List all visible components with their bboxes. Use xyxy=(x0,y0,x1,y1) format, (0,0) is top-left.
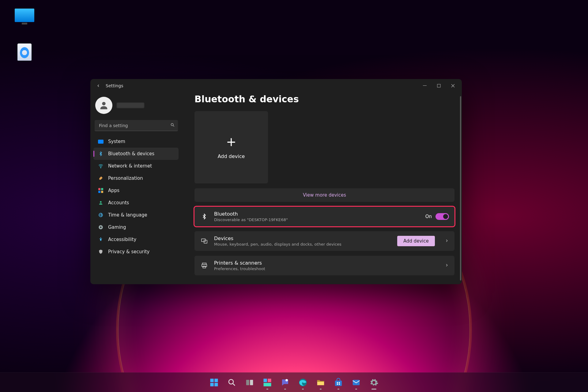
search-icon xyxy=(227,378,236,387)
svg-rect-22 xyxy=(268,379,271,382)
task-view[interactable] xyxy=(242,375,257,390)
svg-rect-0 xyxy=(423,85,427,86)
taskbar-chat[interactable] xyxy=(277,375,293,390)
accessibility-icon xyxy=(98,236,104,243)
taskbar-search[interactable] xyxy=(224,375,239,390)
profile-block[interactable] xyxy=(93,94,179,119)
main-content: Bluetooth & devices + Add device View mo… xyxy=(182,92,462,284)
titlebar: Settings xyxy=(90,79,462,92)
search-box[interactable] xyxy=(95,120,178,131)
folder-icon xyxy=(316,378,325,387)
svg-point-24 xyxy=(285,379,288,381)
sidebar-item-label: Gaming xyxy=(108,224,126,230)
sidebar-item-accounts[interactable]: Accounts xyxy=(93,197,179,209)
svg-rect-16 xyxy=(210,383,214,386)
view-more-devices-label: View more devices xyxy=(303,192,346,198)
edge-icon xyxy=(298,378,307,387)
svg-rect-14 xyxy=(210,379,214,382)
taskbar xyxy=(0,372,588,392)
add-device-button[interactable]: Add device xyxy=(397,236,435,246)
search-icon xyxy=(170,123,175,129)
wifi-icon xyxy=(98,163,104,169)
svg-rect-29 xyxy=(337,383,338,385)
window-title: Settings xyxy=(106,83,123,88)
shield-icon xyxy=(98,249,104,255)
sidebar-item-accessibility[interactable]: Accessibility xyxy=(93,233,179,246)
chevron-right-icon xyxy=(445,238,449,244)
svg-rect-20 xyxy=(250,380,253,385)
close-icon xyxy=(451,84,455,88)
taskbar-mail[interactable] xyxy=(349,375,364,390)
plus-icon: + xyxy=(226,136,236,148)
printers-row-title: Printers & scanners xyxy=(214,260,439,266)
svg-rect-23 xyxy=(264,383,271,386)
svg-point-5 xyxy=(100,201,101,203)
desktop-icon-this-pc[interactable] xyxy=(9,9,40,23)
bluetooth-toggle[interactable] xyxy=(435,213,449,220)
sidebar-item-network[interactable]: Network & internet xyxy=(93,160,179,172)
gear-icon xyxy=(369,378,379,387)
store-icon xyxy=(334,378,343,387)
chevron-right-icon xyxy=(445,263,449,269)
printers-scanners-row[interactable]: Printers & scanners Preferences, trouble… xyxy=(194,256,454,275)
svg-rect-19 xyxy=(246,380,249,385)
sidebar-item-label: Accessibility xyxy=(108,237,136,242)
windows-logo-icon xyxy=(209,378,219,387)
bluetooth-toggle-state: On xyxy=(425,214,432,219)
monitor-icon xyxy=(15,9,34,22)
back-button[interactable] xyxy=(94,81,103,90)
svg-rect-21 xyxy=(264,379,267,382)
svg-rect-26 xyxy=(335,380,342,386)
taskbar-store[interactable] xyxy=(331,375,346,390)
svg-rect-15 xyxy=(214,379,218,382)
printers-row-subtitle: Preferences, troubleshoot xyxy=(214,266,439,271)
search-input[interactable] xyxy=(95,120,178,131)
sidebar-item-personalization[interactable]: Personalization xyxy=(93,172,179,184)
taskbar-edge[interactable] xyxy=(295,375,311,390)
sidebar-item-bluetooth-devices[interactable]: Bluetooth & devices xyxy=(93,148,179,160)
taskbar-file-explorer[interactable] xyxy=(313,375,328,390)
recycle-bin-icon xyxy=(17,43,32,61)
svg-point-4 xyxy=(100,168,101,168)
scrollbar[interactable] xyxy=(460,96,461,281)
printer-icon xyxy=(200,262,209,269)
sidebar-item-privacy-security[interactable]: Privacy & security xyxy=(93,246,179,258)
avatar xyxy=(95,97,112,114)
svg-point-18 xyxy=(229,379,233,384)
view-more-devices-link[interactable]: View more devices xyxy=(194,188,454,202)
chat-icon xyxy=(281,378,290,387)
sidebar-item-label: Time & language xyxy=(108,212,147,218)
gaming-icon xyxy=(98,224,104,230)
sidebar-item-system[interactable]: System xyxy=(93,135,179,148)
svg-rect-1 xyxy=(437,84,440,87)
devices-icon xyxy=(200,238,209,244)
arrow-left-icon xyxy=(96,84,100,88)
maximize-button[interactable] xyxy=(432,81,446,91)
add-device-tile[interactable]: + Add device xyxy=(194,111,268,183)
sidebar-item-label: Personalization xyxy=(108,175,143,181)
taskbar-widgets[interactable] xyxy=(260,375,275,390)
svg-point-2 xyxy=(102,102,105,105)
svg-rect-27 xyxy=(337,382,338,383)
svg-rect-30 xyxy=(339,383,340,385)
minimize-button[interactable] xyxy=(418,81,432,91)
devices-row[interactable]: Devices Mouse, keyboard, pen, audio, dis… xyxy=(194,231,454,251)
system-icon xyxy=(98,138,104,145)
taskbar-settings[interactable] xyxy=(366,375,382,390)
sidebar-item-time-language[interactable]: Time & language xyxy=(93,209,179,221)
devices-row-subtitle: Mouse, keyboard, pen, audio, displays an… xyxy=(214,242,392,247)
bluetooth-icon xyxy=(98,151,104,157)
nav-list: System Bluetooth & devices xyxy=(93,135,179,284)
sidebar: System Bluetooth & devices xyxy=(90,92,182,284)
desktop-icon-recycle-bin[interactable] xyxy=(9,43,40,61)
desktop: Settings xyxy=(0,0,588,392)
start-button[interactable] xyxy=(206,375,222,390)
minimize-icon xyxy=(423,84,427,88)
page-title: Bluetooth & devices xyxy=(194,94,454,104)
sidebar-item-apps[interactable]: Apps xyxy=(93,184,179,197)
sidebar-item-label: System xyxy=(108,139,125,144)
devices-row-title: Devices xyxy=(214,236,392,241)
globe-clock-icon xyxy=(98,212,104,218)
close-button[interactable] xyxy=(446,81,460,91)
sidebar-item-gaming[interactable]: Gaming xyxy=(93,221,179,233)
